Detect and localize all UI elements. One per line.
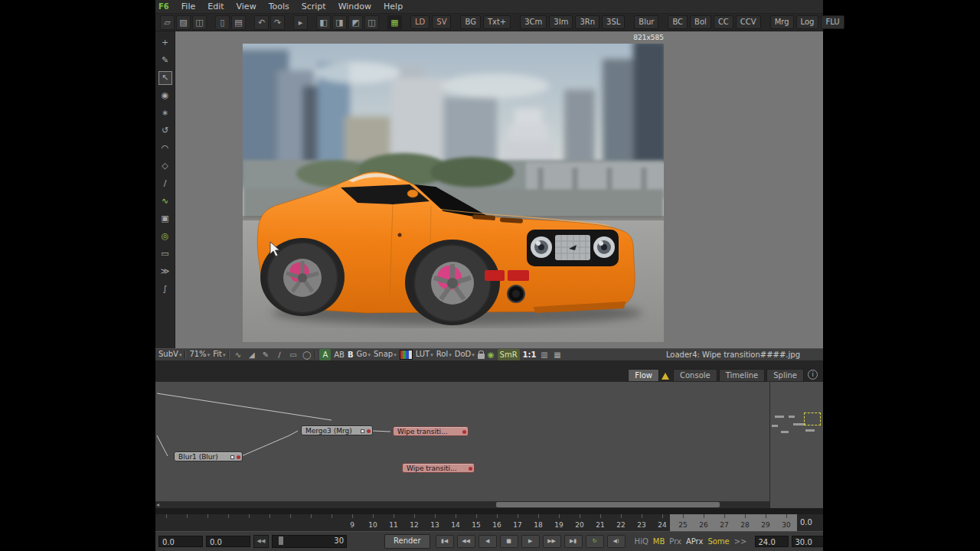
buffer-ab-button[interactable]: AB xyxy=(334,349,345,360)
minimap-view-rect[interactable] xyxy=(804,412,821,425)
checker-icon[interactable]: ▥ xyxy=(540,349,550,360)
smooth-resize-button[interactable]: SmR xyxy=(498,349,520,360)
tool-button-cc[interactable]: CC xyxy=(714,15,733,29)
new-comp-icon[interactable]: ▱ xyxy=(160,15,175,30)
output-connector-icon[interactable] xyxy=(230,455,234,459)
tool-button-3im[interactable]: 3Im xyxy=(549,15,573,29)
add-point-tool-icon[interactable]: + xyxy=(159,37,172,49)
toggle-aprx[interactable]: APrx xyxy=(686,537,703,546)
show-controls-icon[interactable]: ◉ xyxy=(488,349,495,360)
fit-dropdown[interactable]: Fit▾ xyxy=(213,348,225,361)
flow-node-1[interactable]: Wipe transiti...► xyxy=(393,426,469,436)
subview-dropdown[interactable]: SubV▾ xyxy=(158,348,181,361)
menu-file[interactable]: File xyxy=(175,2,201,11)
open-comp-icon[interactable]: ▨ xyxy=(176,15,191,30)
tool-button-sv[interactable]: SV xyxy=(432,15,451,29)
menu-tools[interactable]: Tools xyxy=(263,2,296,11)
menu-help[interactable]: Help xyxy=(377,2,409,11)
channel-rgb-icon[interactable] xyxy=(400,350,413,360)
line-tool-icon[interactable]: ∕ xyxy=(159,178,172,190)
tab-flow[interactable]: Flow xyxy=(628,369,659,381)
tool-button-mrg[interactable]: Mrg xyxy=(770,15,794,29)
gain-gamma-button[interactable]: Go▾ xyxy=(357,348,371,361)
diamond-tool-icon[interactable]: ◇ xyxy=(159,160,172,172)
rendered-image[interactable] xyxy=(243,44,664,342)
pointer-tool-icon[interactable]: ↖ xyxy=(159,72,172,84)
rect-tool-icon[interactable]: ▭ xyxy=(159,248,172,260)
grid-icon[interactable]: ▦ xyxy=(553,349,563,360)
box-tool-icon[interactable]: ▣ xyxy=(159,213,172,225)
slash-icon[interactable]: ∕ xyxy=(274,350,284,359)
snap-tool-icon[interactable]: ∗ xyxy=(159,107,172,119)
global-start-field[interactable]: 0.0 xyxy=(158,536,203,547)
tool-button-blur[interactable]: Blur xyxy=(634,15,658,29)
grid-toggle-icon[interactable]: ▦ xyxy=(387,15,402,30)
pen-icon[interactable]: ✎ xyxy=(260,350,270,359)
tool-button-3rn[interactable]: 3Rn xyxy=(575,15,599,29)
curve-tool-icon[interactable]: ∫ xyxy=(159,283,172,295)
slider-thumb[interactable] xyxy=(279,536,283,545)
stop-button[interactable]: ■ xyxy=(500,535,518,548)
menu-view[interactable]: View xyxy=(230,2,263,11)
scroll-left-icon[interactable]: ◂ xyxy=(156,501,159,508)
info-icon[interactable]: i xyxy=(808,370,818,380)
toggle-mb[interactable]: MB xyxy=(653,537,665,546)
toggle-prx[interactable]: Prx xyxy=(669,537,681,546)
buffer-a-button[interactable]: A xyxy=(319,349,331,360)
layout-split-icon[interactable]: ◨ xyxy=(332,15,347,30)
jump-end-button[interactable]: ▶▮ xyxy=(564,535,583,548)
flow-horizontal-scrollbar[interactable]: ◂ xyxy=(155,501,769,508)
run-icon[interactable]: ▸ xyxy=(293,15,308,30)
tool-button-ld[interactable]: LD xyxy=(410,15,430,29)
wave-tool-icon[interactable]: ∿ xyxy=(159,195,172,207)
menu-window[interactable]: Window xyxy=(332,2,377,11)
render-start-field[interactable]: 0.0 xyxy=(206,536,250,547)
render-button[interactable]: Render xyxy=(384,534,430,549)
menu-edit[interactable]: Edit xyxy=(201,2,230,11)
lut-dropdown[interactable]: LUT▾ xyxy=(416,348,433,361)
dod-dropdown[interactable]: DoD▾ xyxy=(455,348,475,361)
tab-timeline[interactable]: Timeline xyxy=(719,369,766,381)
menu-script[interactable]: Script xyxy=(296,2,332,11)
arc-tool-icon[interactable]: ◠ xyxy=(159,142,172,155)
tool-button-log[interactable]: Log xyxy=(796,15,819,29)
tool-button-txt+[interactable]: Txt+ xyxy=(483,15,511,29)
spline-icon[interactable]: ∿ xyxy=(233,350,243,359)
chevron-tool-icon[interactable]: ≫ xyxy=(159,266,172,278)
lock-icon[interactable] xyxy=(478,354,485,359)
tool-button-flu[interactable]: FLU xyxy=(821,15,844,29)
rect-icon[interactable]: ▭ xyxy=(288,350,298,359)
corner-icon[interactable]: ◢ xyxy=(247,350,256,359)
snap-dropdown[interactable]: Snap▾ xyxy=(374,348,397,361)
tool-button-3sl[interactable]: 3SL xyxy=(602,15,625,29)
toggle-hiq[interactable]: HiQ xyxy=(635,537,648,546)
buffer-b-button[interactable]: B xyxy=(348,349,354,360)
toggle-[interactable]: >> xyxy=(734,537,747,546)
toggle-some[interactable]: Some xyxy=(707,537,729,546)
zoom-dropdown[interactable]: 71%▾ xyxy=(189,348,210,361)
draw-tool-icon[interactable]: ✎ xyxy=(159,54,172,67)
tab-spline[interactable]: Spline xyxy=(766,369,804,381)
tab-console[interactable]: Console xyxy=(673,369,717,381)
tool-button-bg[interactable]: BG xyxy=(460,15,480,29)
save-comp-icon[interactable]: ◫ xyxy=(192,15,207,30)
tool-button-bc[interactable]: BC xyxy=(668,15,688,29)
top-input-icon[interactable] xyxy=(204,452,210,452)
step-back-icon[interactable]: ◀◀ xyxy=(253,535,269,548)
jump-start-button[interactable]: ▮◀ xyxy=(436,535,454,548)
global-end-field[interactable]: 30.0 xyxy=(792,536,824,547)
one-to-one-button[interactable]: 1:1 xyxy=(523,349,537,360)
tool-button-3cm[interactable]: 3Cm xyxy=(520,15,547,29)
target-tool-icon[interactable]: ◉ xyxy=(159,90,172,102)
fps-field[interactable]: 24.0 xyxy=(755,536,789,547)
current-frame-slider[interactable]: 30 xyxy=(272,535,347,548)
flow-editor[interactable]: Merge3 (Mrg)►Wipe transiti...►Blur1 (Blu… xyxy=(155,382,769,501)
play-button[interactable]: ▶ xyxy=(521,535,540,548)
flow-minimap-panel[interactable] xyxy=(769,382,823,508)
layout-single-icon[interactable]: ◧ xyxy=(316,15,331,30)
flow-node-3[interactable]: Wipe transiti...► xyxy=(402,463,475,473)
audio-button[interactable]: ◀) xyxy=(607,535,626,548)
output-connector-icon[interactable] xyxy=(361,429,364,433)
circle-select-tool-icon[interactable]: ◎ xyxy=(159,230,172,243)
top-input-icon[interactable] xyxy=(331,425,337,426)
